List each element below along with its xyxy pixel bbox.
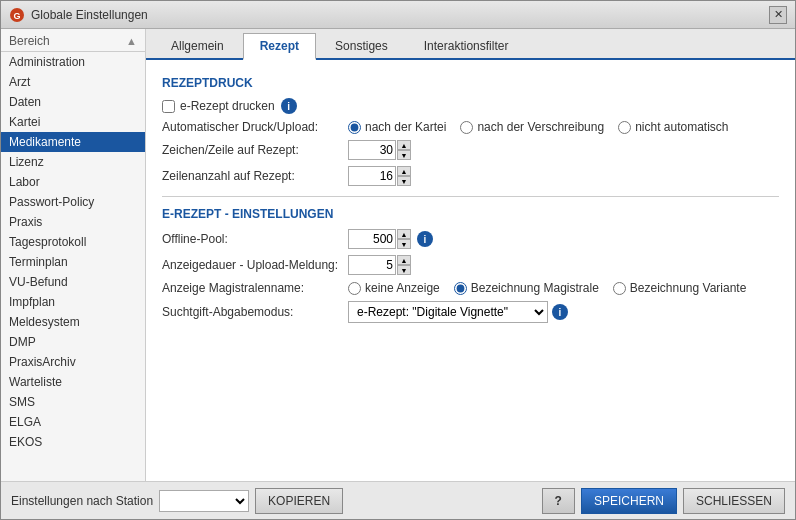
main-window: G Globale Einstellungen ✕ Bereich ▲ Admi… (0, 0, 796, 520)
sidebar-item-daten[interactable]: Daten (1, 92, 145, 112)
offline-pool-spinner: ▲ ▼ (348, 229, 411, 249)
zeilen-down-btn[interactable]: ▼ (397, 176, 411, 186)
sidebar-item-kartei[interactable]: Kartei (1, 112, 145, 132)
main-content: Bereich ▲ Administration Arzt Daten Kart… (1, 29, 795, 481)
sidebar-item-administration[interactable]: Administration (1, 52, 145, 72)
suchtgift-select[interactable]: e-Rezept: "Digitale Vignette" (348, 301, 548, 323)
radio-bezeichnung-var[interactable] (613, 282, 626, 295)
tab-sonstiges[interactable]: Sonstiges (318, 33, 405, 58)
radio-keine-anzeige[interactable] (348, 282, 361, 295)
sidebar-item-arzt[interactable]: Arzt (1, 72, 145, 92)
zeichen-input[interactable] (348, 140, 396, 160)
zeilen-up-btn[interactable]: ▲ (397, 166, 411, 176)
anzeigedauer-down-btn[interactable]: ▼ (397, 265, 411, 275)
auto-druck-row: Automatischer Druck/Upload: nach der Kar… (162, 120, 779, 134)
offline-pool-down-btn[interactable]: ▼ (397, 239, 411, 249)
sidebar-item-terminplan[interactable]: Terminplan (1, 252, 145, 272)
footer-right: ? SPEICHERN SCHLIESSEN (542, 488, 785, 514)
sidebar-item-sms[interactable]: SMS (1, 392, 145, 412)
erezept-info-icon[interactable]: i (281, 98, 297, 114)
zeilen-spinner-buttons: ▲ ▼ (397, 166, 411, 186)
zeichen-up-btn[interactable]: ▲ (397, 140, 411, 150)
zeichen-down-btn[interactable]: ▼ (397, 150, 411, 160)
speichern-button[interactable]: SPEICHERN (581, 488, 677, 514)
erezept-row: e-Rezept drucken i (162, 98, 779, 114)
radio-nicht-auto[interactable] (618, 121, 631, 134)
close-button[interactable]: ✕ (769, 6, 787, 24)
anzeigedauer-spinner-buttons: ▲ ▼ (397, 255, 411, 275)
titlebar-left: G Globale Einstellungen (9, 7, 148, 23)
station-label: Einstellungen nach Station (11, 494, 153, 508)
erezept-label[interactable]: e-Rezept drucken (162, 99, 275, 113)
sidebar-item-ekos[interactable]: EKOS (1, 432, 145, 452)
zeichen-spinner: ▲ ▼ (348, 140, 411, 160)
offline-pool-info-icon[interactable]: i (417, 231, 433, 247)
window-title: Globale Einstellungen (31, 8, 148, 22)
section1-title: REZEPTDRUCK (162, 76, 779, 90)
sidebar-item-passwort[interactable]: Passwort-Policy (1, 192, 145, 212)
anzeigedauer-input[interactable] (348, 255, 396, 275)
offline-pool-row: Offline-Pool: ▲ ▼ i (162, 229, 779, 249)
sidebar-item-praxisarchiv[interactable]: PraxisArchiv (1, 352, 145, 372)
zeichen-label: Zeichen/Zeile auf Rezept: (162, 143, 342, 157)
svg-text:G: G (13, 11, 20, 21)
tab-interaktionsfilter[interactable]: Interaktionsfilter (407, 33, 526, 58)
suchtgift-row: Suchtgift-Abgabemodus: e-Rezept: "Digita… (162, 301, 779, 323)
radio-nach-kartei-label[interactable]: nach der Kartei (348, 120, 446, 134)
sidebar-item-impfplan[interactable]: Impfplan (1, 292, 145, 312)
station-select[interactable] (159, 490, 249, 512)
radio-bezeichnung-var-label[interactable]: Bezeichnung Variante (613, 281, 747, 295)
tab-rezept[interactable]: Rezept (243, 33, 316, 60)
suchtgift-dropdown-container: e-Rezept: "Digitale Vignette" i (348, 301, 568, 323)
radio-nach-verschreibung[interactable] (460, 121, 473, 134)
anzeige-mag-label: Anzeige Magistralenname: (162, 281, 342, 295)
help-button[interactable]: ? (542, 488, 575, 514)
offline-pool-input[interactable] (348, 229, 396, 249)
kopieren-button[interactable]: KOPIEREN (255, 488, 343, 514)
zeichen-spinner-buttons: ▲ ▼ (397, 140, 411, 160)
schliessen-button[interactable]: SCHLIESSEN (683, 488, 785, 514)
section-separator (162, 196, 779, 197)
sidebar-item-elga[interactable]: ELGA (1, 412, 145, 432)
zeilen-input[interactable] (348, 166, 396, 186)
suchtgift-info-icon[interactable]: i (552, 304, 568, 320)
sidebar-item-meldesystem[interactable]: Meldesystem (1, 312, 145, 332)
app-icon: G (9, 7, 25, 23)
sidebar-item-warteliste[interactable]: Warteliste (1, 372, 145, 392)
auto-druck-radio-group: nach der Kartei nach der Verschreibung n… (348, 120, 729, 134)
radio-bezeichnung-mag-label[interactable]: Bezeichnung Magistrale (454, 281, 599, 295)
anzeige-mag-radio-group: keine Anzeige Bezeichnung Magistrale Bez… (348, 281, 746, 295)
sidebar-item-lizenz[interactable]: Lizenz (1, 152, 145, 172)
anzeigedauer-label: Anzeigedauer - Upload-Meldung: (162, 258, 342, 272)
radio-nach-kartei[interactable] (348, 121, 361, 134)
anzeigedauer-row: Anzeigedauer - Upload-Meldung: ▲ ▼ (162, 255, 779, 275)
radio-nach-verschreibung-label[interactable]: nach der Verschreibung (460, 120, 604, 134)
erezept-checkbox[interactable] (162, 100, 175, 113)
anzeigedauer-spinner: ▲ ▼ (348, 255, 411, 275)
sidebar-scroll-indicator: ▲ (126, 35, 137, 47)
sidebar-item-praxis[interactable]: Praxis (1, 212, 145, 232)
zeilen-row: Zeilenanzahl auf Rezept: ▲ ▼ (162, 166, 779, 186)
sidebar-list: Administration Arzt Daten Kartei Medikam… (1, 52, 145, 481)
section2-title: E-REZEPT - EINSTELLUNGEN (162, 207, 779, 221)
anzeigedauer-up-btn[interactable]: ▲ (397, 255, 411, 265)
zeilen-spinner: ▲ ▼ (348, 166, 411, 186)
content-area: Allgemein Rezept Sonstiges Interaktionsf… (146, 29, 795, 481)
offline-pool-spinner-buttons: ▲ ▼ (397, 229, 411, 249)
offline-pool-label: Offline-Pool: (162, 232, 342, 246)
sidebar-item-medikamente[interactable]: Medikamente (1, 132, 145, 152)
radio-bezeichnung-mag[interactable] (454, 282, 467, 295)
sidebar: Bereich ▲ Administration Arzt Daten Kart… (1, 29, 146, 481)
tab-allgemein[interactable]: Allgemein (154, 33, 241, 58)
sidebar-item-labor[interactable]: Labor (1, 172, 145, 192)
radio-nicht-auto-label[interactable]: nicht automatisch (618, 120, 728, 134)
panel-rezept: REZEPTDRUCK e-Rezept drucken i Automatis… (146, 60, 795, 481)
auto-druck-label: Automatischer Druck/Upload: (162, 120, 342, 134)
zeichen-row: Zeichen/Zeile auf Rezept: ▲ ▼ (162, 140, 779, 160)
radio-keine-anzeige-label[interactable]: keine Anzeige (348, 281, 440, 295)
offline-pool-up-btn[interactable]: ▲ (397, 229, 411, 239)
sidebar-item-vubefund[interactable]: VU-Befund (1, 272, 145, 292)
tab-bar: Allgemein Rezept Sonstiges Interaktionsf… (146, 29, 795, 60)
sidebar-item-tagesprotokoll[interactable]: Tagesprotokoll (1, 232, 145, 252)
sidebar-item-dmp[interactable]: DMP (1, 332, 145, 352)
